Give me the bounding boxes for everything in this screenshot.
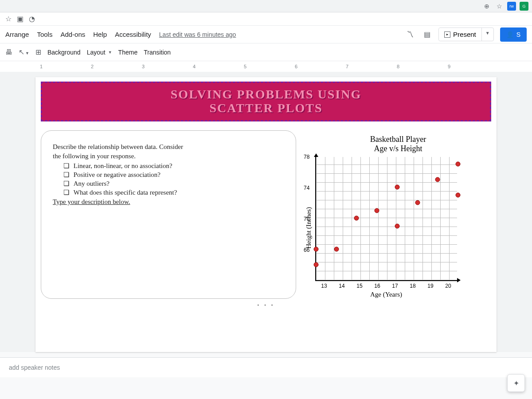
prompt-intro-1: Describe the relationship between data. … <box>53 143 284 151</box>
chart-data-point <box>456 161 461 166</box>
chart-x-tick: 18 <box>404 283 422 289</box>
speaker-notes-placeholder: add speaker notes <box>9 364 60 371</box>
comments-icon[interactable]: ▤ <box>422 29 432 40</box>
horizontal-ruler: 123456789 <box>0 61 532 72</box>
menu-tools[interactable]: Tools <box>37 31 52 38</box>
prompt-bullet: What does this specific data represent? <box>63 188 284 196</box>
slide-handle-dots[interactable]: • • • <box>35 302 497 309</box>
prompt-bullets: Linear, non-linear, or no association?Po… <box>53 162 284 196</box>
slide-title-line2: SCATTER PLOTS <box>210 102 323 115</box>
chart-data-point <box>314 247 319 252</box>
ruler-mark: 3 <box>142 64 145 69</box>
chart-x-tick: 19 <box>422 283 439 289</box>
star-outline-icon[interactable]: ☆ <box>5 15 12 23</box>
transition-button[interactable]: Transition <box>144 49 171 56</box>
slide-title-line1: SOLVING PROBLEMS USING <box>171 88 361 102</box>
chart-x-tick: 16 <box>368 283 386 289</box>
zoom-icon[interactable]: ⊕ <box>482 2 491 11</box>
ruler-mark: 4 <box>193 64 196 69</box>
chart-data-point <box>314 262 319 267</box>
present-label: Present <box>453 31 476 38</box>
print-icon[interactable]: 🖶 <box>5 48 12 56</box>
menu-arrange[interactable]: Arrange <box>5 31 29 38</box>
doc-icon-row: ☆ ▣ ◔ <box>0 12 532 26</box>
last-edit-info[interactable]: Last edit was 6 minutes ago <box>159 31 236 38</box>
chart-title: Basketball PlayerAge v/s Height <box>305 135 491 153</box>
menubar: Arrange Tools Add-ons Help Accessibility… <box>0 26 532 43</box>
ruler-mark: 9 <box>448 64 450 69</box>
cloud-icon[interactable]: ◔ <box>29 15 35 23</box>
menu-accessibility[interactable]: Accessibility <box>115 31 151 38</box>
chart-data-point <box>395 223 399 228</box>
chart-x-tick: 20 <box>439 283 457 289</box>
present-dropdown[interactable]: ▼ <box>481 28 493 41</box>
trending-icon[interactable]: 〽 <box>405 29 415 40</box>
speaker-notes[interactable]: add speaker notes <box>0 357 532 377</box>
background-button[interactable]: Background <box>47 49 81 56</box>
chart-y-tick: 74 <box>304 185 309 191</box>
x-axis-arrow-icon <box>457 278 461 282</box>
prompt-bullet: Positive or negative association? <box>63 171 284 179</box>
browser-topbar: ⊕ ☆ rw G <box>0 0 532 12</box>
prompt-text-box[interactable]: Describe the relationship between data. … <box>41 130 296 299</box>
chart-xlabel: Age (Years) <box>315 291 457 298</box>
move-icon[interactable]: ▣ <box>17 15 23 23</box>
ruler-mark: 1 <box>40 64 43 69</box>
type-below-text: Type your description below. <box>53 198 284 206</box>
play-icon: ▸ <box>444 31 450 38</box>
extension-badge-1[interactable]: rw <box>507 2 516 11</box>
ruler-mark: 7 <box>346 64 348 69</box>
ruler-mark: 6 <box>295 64 297 69</box>
share-label: S <box>516 31 520 38</box>
extension-badge-2[interactable]: G <box>520 2 528 11</box>
paint-icon[interactable]: ↖▼ <box>19 48 29 56</box>
explore-button[interactable]: ✦ <box>507 374 525 392</box>
menu-help[interactable]: Help <box>93 31 107 38</box>
chart-y-tick: 66 <box>304 247 309 253</box>
chart-data-point <box>456 192 461 197</box>
chart-x-tick: 15 <box>351 283 368 289</box>
chart-x-ticks: 1314151617181920 <box>315 281 457 289</box>
slide[interactable]: SOLVING PROBLEMS USING SCATTER PLOTS Des… <box>35 77 497 352</box>
chart-y-tick: 78 <box>304 154 309 160</box>
prompt-bullet: Linear, non-linear, or no association? <box>63 162 284 170</box>
chart-data-point <box>395 185 399 190</box>
chart-data-point <box>334 247 339 252</box>
slide-title-banner[interactable]: SOLVING PROBLEMS USING SCATTER PLOTS <box>41 82 491 121</box>
layout-button[interactable]: Layout▼ <box>87 49 112 56</box>
chart-data-point <box>375 208 379 213</box>
person-icon: 👤 <box>506 31 514 38</box>
present-button[interactable]: ▸ Present <box>439 28 481 41</box>
chart-data-point <box>415 200 420 205</box>
chart-data-point <box>435 177 440 182</box>
star-icon[interactable]: ☆ <box>495 2 504 11</box>
slide-canvas-area: SOLVING PROBLEMS USING SCATTER PLOTS Des… <box>0 72 532 352</box>
toolbar: 🖶 ↖▼ ⊞ Background Layout▼ Theme Transiti… <box>0 43 532 61</box>
scatter-chart[interactable]: Basketball PlayerAge v/s Height Height (… <box>305 130 491 299</box>
y-axis-arrow-icon <box>314 153 318 157</box>
chart-ylabel: Height (Inches) <box>305 207 313 249</box>
explore-icon: ✦ <box>513 379 519 387</box>
menu-addons[interactable]: Add-ons <box>60 31 85 38</box>
chart-x-tick: 13 <box>315 283 333 289</box>
prompt-intro-2: the following in your response. <box>53 153 284 160</box>
chart-x-tick: 17 <box>386 283 404 289</box>
share-button[interactable]: 👤 S <box>500 27 527 42</box>
theme-button[interactable]: Theme <box>118 49 138 56</box>
chart-y-tick: 70 <box>304 216 309 222</box>
chart-data-point <box>354 216 359 221</box>
prompt-bullet: Any outliers? <box>63 180 284 188</box>
ruler-mark: 8 <box>397 64 399 69</box>
ruler-mark: 2 <box>91 64 94 69</box>
add-box-icon[interactable]: ⊞ <box>35 48 41 56</box>
chart-x-tick: 14 <box>333 283 351 289</box>
ruler-mark: 5 <box>244 64 246 69</box>
chart-plot-area: 66707478 <box>315 157 457 281</box>
